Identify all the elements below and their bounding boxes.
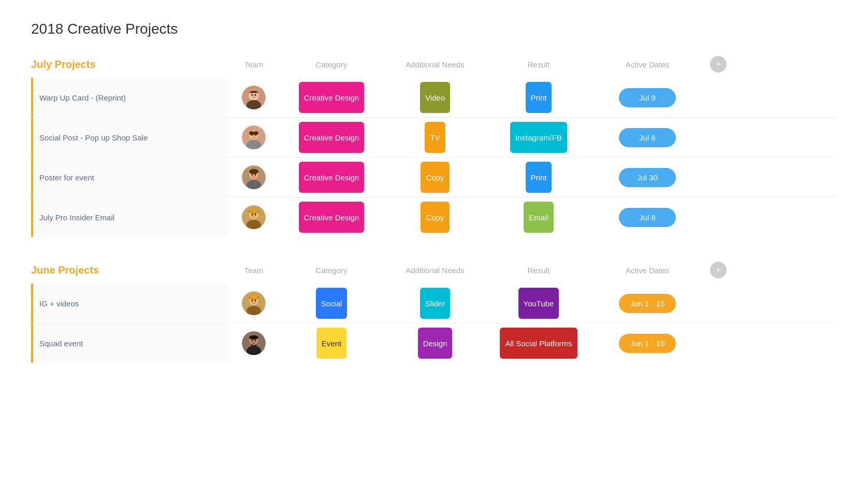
table-row: IG + videos Social Slid xyxy=(31,284,837,323)
table-row: July Pro Insider Email xyxy=(31,197,837,237)
result-badge-4: Email xyxy=(524,202,554,233)
avatar-2 xyxy=(242,125,266,149)
row-name-warp: Warp Up Card - (Reprint) xyxy=(31,78,228,117)
additional-needs-col-header: Additional Needs xyxy=(383,60,487,69)
date-cell-3: Jul 30 xyxy=(590,158,704,197)
june-result-col-header: Result xyxy=(487,266,590,275)
category-badge-1: Creative Design xyxy=(299,82,365,113)
category-badge-6: Event xyxy=(316,328,346,359)
svg-point-4 xyxy=(252,94,253,96)
june-active-dates-col-header: Active Dates xyxy=(590,266,704,275)
avatar-1 xyxy=(242,86,266,109)
category-badge-3: Creative Design xyxy=(299,162,365,193)
needs-badge-3: Copy xyxy=(421,162,449,193)
date-badge-3: Jul 30 xyxy=(619,168,676,187)
needs-badge-6: Design xyxy=(418,328,453,359)
team-col-header: Team xyxy=(228,60,280,69)
avatar-3 xyxy=(242,165,266,189)
category-col-header: Category xyxy=(280,60,383,69)
result-badge-1: Print xyxy=(526,82,552,113)
date-badge-4: Jul 8 xyxy=(619,208,676,227)
svg-point-38 xyxy=(255,340,256,342)
page-title: 2018 Creative Projects xyxy=(31,21,837,37)
row-name-social: Social Post - Pop up Shop Sale xyxy=(31,118,228,157)
july-rows: Warp Up Card - (Reprint) Crea xyxy=(31,78,837,237)
june-add-button[interactable]: + xyxy=(710,262,727,278)
row-name-email: July Pro Insider Email xyxy=(31,197,228,237)
june-team-col-header: Team xyxy=(228,266,280,275)
category-badge-5: Social xyxy=(316,288,348,319)
svg-point-19 xyxy=(249,169,258,174)
date-cell-5: Jun 1 - 10 xyxy=(590,284,704,323)
date-cell-4: Jul 8 xyxy=(590,197,704,237)
svg-rect-26 xyxy=(250,209,257,213)
team-cell-6 xyxy=(228,323,280,363)
team-cell-2 xyxy=(228,118,280,157)
row-name-ig: IG + videos xyxy=(31,284,228,323)
table-row: Social Post - Pop up Shop Sale xyxy=(31,118,837,158)
team-cell-5 xyxy=(228,284,280,323)
june-section-title: June Projects xyxy=(31,264,228,276)
team-cell-1 xyxy=(228,78,280,117)
avatar-6 xyxy=(242,331,266,355)
june-section: June Projects Team Category Additional N… xyxy=(31,262,837,363)
june-section-header: June Projects Team Category Additional N… xyxy=(31,262,837,284)
june-additional-needs-col-header: Additional Needs xyxy=(383,266,487,275)
table-row: Warp Up Card - (Reprint) Crea xyxy=(31,78,837,118)
svg-point-37 xyxy=(252,340,253,342)
needs-badge-2: TV xyxy=(425,122,445,153)
needs-badge-4: Copy xyxy=(421,202,449,233)
june-category-col-header: Category xyxy=(280,266,383,275)
svg-point-24 xyxy=(255,214,256,216)
result-badge-6: All Social Platforms xyxy=(500,328,577,359)
date-cell-2: Jul 6 xyxy=(590,118,704,157)
date-badge-6: Jun 1 - 10 xyxy=(619,334,676,353)
date-cell-1: Jul 9 xyxy=(590,78,704,117)
date-badge-5: Jun 1 - 10 xyxy=(619,294,676,313)
june-rows: IG + videos Social Slid xyxy=(31,284,837,363)
svg-point-39 xyxy=(249,335,258,340)
result-badge-5: YouTube xyxy=(518,288,559,319)
svg-point-31 xyxy=(255,300,256,302)
team-cell-3 xyxy=(228,158,280,197)
active-dates-col-header: Active Dates xyxy=(590,60,704,69)
svg-point-30 xyxy=(252,300,253,302)
row-name-poster: Poster for event xyxy=(31,158,228,197)
svg-point-5 xyxy=(255,94,256,96)
july-add-button[interactable]: + xyxy=(710,56,727,73)
result-badge-3: Print xyxy=(526,162,552,193)
category-badge-2: Creative Design xyxy=(299,122,365,153)
july-section: July Projects Team Category Additional N… xyxy=(31,56,837,237)
needs-badge-5: Slider xyxy=(420,288,450,319)
team-cell-4 xyxy=(228,197,280,237)
svg-rect-33 xyxy=(250,295,257,299)
row-name-squad: Squad event xyxy=(31,323,228,363)
svg-rect-13 xyxy=(250,132,258,134)
date-badge-1: Jul 9 xyxy=(619,88,676,107)
date-cell-6: Jun 1 - 10 xyxy=(590,323,704,363)
category-badge-4: Creative Design xyxy=(299,202,365,233)
needs-badge-1: Video xyxy=(420,82,450,113)
avatar-4 xyxy=(242,205,266,229)
table-row: Squad event Even xyxy=(31,323,837,363)
avatar-5 xyxy=(242,291,266,315)
table-row: Poster for event Creative Design Cop xyxy=(31,158,837,197)
result-badge-2: Instagram/FB xyxy=(510,122,567,153)
svg-point-23 xyxy=(252,214,253,216)
date-badge-2: Jul 6 xyxy=(619,128,676,147)
july-section-header: July Projects Team Category Additional N… xyxy=(31,56,837,78)
july-section-title: July Projects xyxy=(31,59,228,70)
result-col-header: Result xyxy=(487,60,590,69)
